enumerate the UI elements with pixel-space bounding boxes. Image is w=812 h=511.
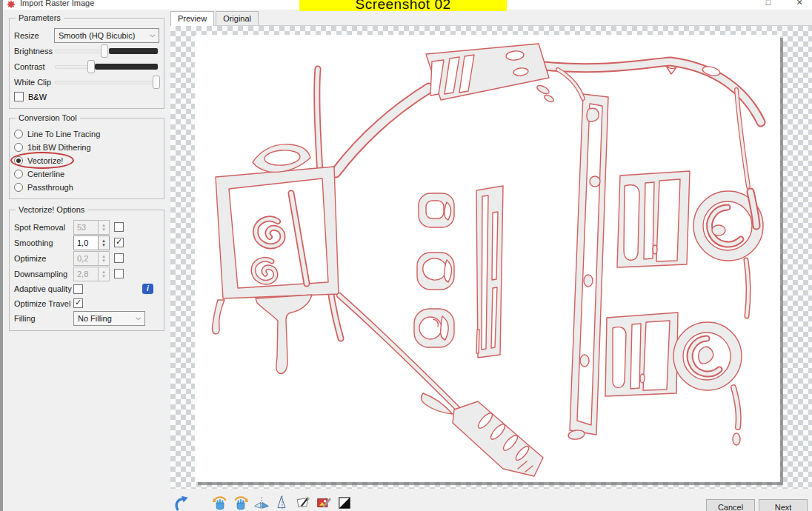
radio-icon[interactable] bbox=[14, 170, 23, 178]
radio-passthrough[interactable]: Passthrough bbox=[14, 181, 159, 194]
vectorize-options-title: Vectorize! Options bbox=[16, 205, 87, 214]
chevron-down-icon: ⌵ bbox=[136, 314, 141, 322]
smoothing-spinner[interactable]: 1,0 ▲▼ bbox=[73, 236, 110, 250]
preview-tabs: Preview Original bbox=[170, 11, 260, 25]
contrast-label: Contrast bbox=[14, 62, 54, 71]
brightness-slider[interactable] bbox=[54, 44, 159, 59]
radio-icon[interactable] bbox=[14, 143, 23, 152]
spinner-arrows-icon[interactable]: ▲▼ bbox=[99, 236, 110, 250]
settings-panel: Parameters Resize Smooth (HQ Bicubic) ⌵ … bbox=[3, 10, 169, 489]
import-raster-image-dialog: Import Raster Image □ ✕ Screenshot 02 Pa… bbox=[0, 0, 812, 511]
info-icon[interactable]: i bbox=[142, 284, 153, 294]
smoothing-row: Smoothing 1,0 ▲▼ bbox=[14, 235, 159, 250]
rotate-right-icon[interactable] bbox=[233, 495, 250, 511]
flip-horizontal-icon[interactable] bbox=[253, 495, 271, 511]
optimize-row: Optimize 0,2 ▲▼ bbox=[14, 250, 159, 266]
brightness-label: Brightness bbox=[14, 47, 54, 56]
maximize-button[interactable]: □ bbox=[763, 0, 773, 7]
preview-pane: Preview Original bbox=[169, 10, 812, 489]
tab-preview[interactable]: Preview bbox=[170, 11, 214, 26]
transparency-checkerboard bbox=[170, 25, 812, 489]
slider-track bbox=[56, 81, 158, 84]
downsampling-spinner[interactable]: 2,8 ▲▼ bbox=[73, 267, 110, 281]
radio-icon[interactable] bbox=[14, 156, 23, 165]
invert-color-icon[interactable] bbox=[336, 495, 354, 511]
dialog-buttons: Cancel Next bbox=[706, 499, 808, 511]
downsampling-checkbox[interactable] bbox=[114, 269, 124, 278]
conversion-tool-group: Conversion Tool Line To Line Tracing 1bi… bbox=[9, 118, 164, 199]
downsampling-row: Downsampling 2,8 ▲▼ bbox=[14, 266, 159, 281]
resize-dropdown[interactable]: Smooth (HQ Bicubic) ⌵ bbox=[54, 28, 159, 43]
parameters-title: Parameters bbox=[16, 13, 64, 22]
radio-1bit-dithering[interactable]: 1bit BW Dithering bbox=[14, 141, 159, 154]
filling-dropdown[interactable]: No Filling ⌵ bbox=[73, 311, 145, 326]
chevron-down-icon: ⌵ bbox=[150, 31, 155, 39]
radio-vectorize[interactable]: Vectorize! bbox=[14, 154, 159, 167]
spot-removal-spinner[interactable]: 53 ▲▼ bbox=[73, 220, 110, 235]
sketch-strokes bbox=[213, 44, 764, 476]
slider-thumb[interactable] bbox=[101, 44, 108, 58]
optimize-travel-checkbox[interactable] bbox=[73, 298, 83, 308]
flip-vertical-icon[interactable] bbox=[274, 495, 292, 511]
parameters-group: Parameters Resize Smooth (HQ Bicubic) ⌵ … bbox=[9, 18, 164, 109]
radio-line-to-line[interactable]: Line To Line Tracing bbox=[14, 127, 159, 141]
edit-image-icon[interactable] bbox=[316, 495, 333, 511]
vectorize-options-group: Vectorize! Options Spot Removal 53 ▲▼ Sm… bbox=[9, 210, 164, 331]
adaptive-quality-checkbox[interactable] bbox=[73, 284, 83, 294]
resize-row: Resize Smooth (HQ Bicubic) ⌵ bbox=[14, 27, 159, 43]
spot-removal-row: Spot Removal 53 ▲▼ bbox=[14, 219, 159, 235]
slider-dark-bar bbox=[95, 64, 158, 70]
preview-canvas bbox=[195, 35, 780, 482]
brightness-row: Brightness bbox=[14, 43, 159, 59]
optimize-checkbox[interactable] bbox=[114, 253, 124, 263]
rotate-left-icon[interactable] bbox=[212, 495, 230, 511]
optimize-spinner[interactable]: 0,2 ▲▼ bbox=[73, 251, 110, 266]
smoothing-checkbox[interactable] bbox=[114, 238, 124, 247]
next-button[interactable]: Next bbox=[759, 499, 808, 511]
tab-original[interactable]: Original bbox=[216, 11, 259, 25]
white-clip-row: White Clip bbox=[14, 74, 159, 90]
spinner-arrows-icon[interactable]: ▲▼ bbox=[99, 251, 110, 266]
slider-dark-bar bbox=[109, 48, 158, 54]
resize-label: Resize bbox=[14, 31, 54, 40]
radio-icon[interactable] bbox=[14, 130, 23, 138]
filling-row: Filling No Filling ⌵ bbox=[14, 310, 159, 326]
contrast-slider[interactable] bbox=[54, 59, 159, 74]
close-button[interactable]: ✕ bbox=[794, 0, 805, 7]
crop-icon[interactable] bbox=[295, 495, 313, 511]
spot-removal-checkbox[interactable] bbox=[114, 222, 124, 232]
contrast-row: Contrast bbox=[14, 59, 159, 74]
cancel-button[interactable]: Cancel bbox=[706, 499, 755, 511]
bw-row: B&W bbox=[14, 90, 159, 104]
radio-centerline[interactable]: Centerline bbox=[14, 167, 159, 181]
slider-thumb[interactable] bbox=[87, 60, 95, 73]
adaptive-quality-row: Adaptive quality i bbox=[14, 281, 159, 296]
filling-value: No Filling bbox=[78, 314, 112, 323]
screenshot-overlay-label: Screenshot 02 bbox=[299, 0, 507, 11]
slider-thumb[interactable] bbox=[153, 76, 160, 89]
bw-label: B&W bbox=[28, 93, 47, 101]
spinner-arrows-icon[interactable]: ▲▼ bbox=[99, 267, 110, 281]
vectorized-truck-sketch bbox=[195, 35, 780, 482]
app-icon bbox=[7, 0, 16, 8]
resize-value: Smooth (HQ Bicubic) bbox=[59, 31, 135, 40]
white-clip-label: White Clip bbox=[14, 78, 54, 87]
radio-icon[interactable] bbox=[14, 183, 23, 192]
bw-checkbox[interactable] bbox=[14, 92, 24, 101]
optimize-travel-row: Optimize Travel bbox=[14, 296, 159, 310]
spinner-arrows-icon[interactable]: ▲▼ bbox=[99, 220, 110, 235]
revert-icon[interactable] bbox=[173, 495, 191, 511]
window-title: Import Raster Image bbox=[20, 0, 94, 7]
image-toolbar bbox=[173, 495, 357, 511]
conversion-tool-title: Conversion Tool bbox=[16, 113, 80, 122]
white-clip-slider[interactable] bbox=[54, 75, 159, 90]
footer-bar: Cancel Next bbox=[3, 489, 812, 511]
